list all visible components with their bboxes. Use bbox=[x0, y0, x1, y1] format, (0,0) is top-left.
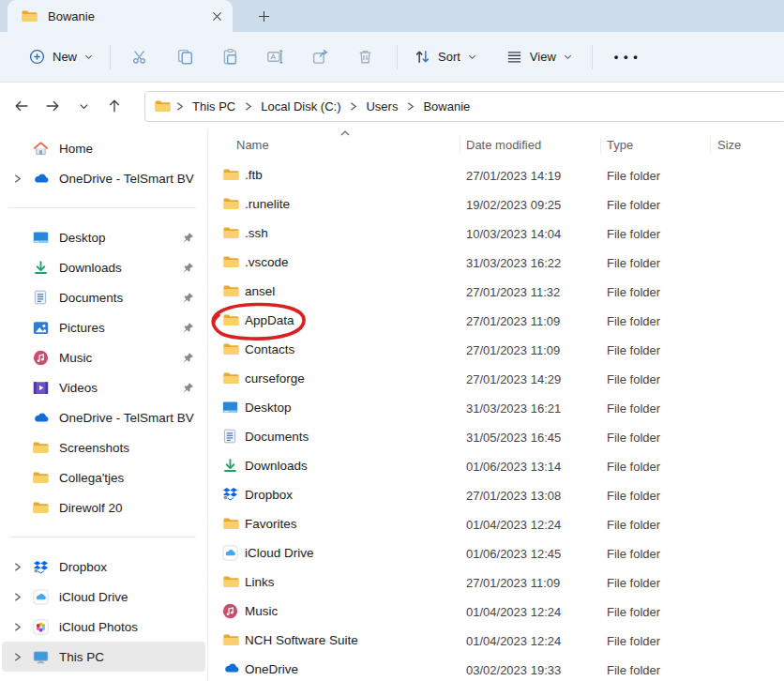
toolbar-divider bbox=[592, 45, 593, 69]
column-divider[interactable] bbox=[600, 137, 601, 154]
column-header-type[interactable]: Type bbox=[607, 138, 633, 152]
file-row-desktop[interactable]: Desktop31/03/2023 16:21File folder bbox=[209, 394, 784, 423]
sidebar-item-onedrive-telsmart-bv[interactable]: OneDrive - TelSmart BV bbox=[2, 402, 205, 432]
expand-chevron-icon[interactable] bbox=[9, 562, 24, 572]
file-row-nch-software-suite[interactable]: NCH Software Suite01/04/2023 12:24File f… bbox=[209, 627, 784, 656]
file-row-music[interactable]: Music01/04/2023 12:24File folder bbox=[209, 598, 784, 627]
file-row-vscode[interactable]: .vscode31/03/2023 16:22File folder bbox=[209, 249, 784, 278]
see-more-button[interactable]: • • • bbox=[599, 40, 654, 74]
folder-icon bbox=[222, 196, 241, 211]
sidebar-item-documents[interactable]: Documents bbox=[2, 282, 205, 312]
breadcrumb-item-bowanie[interactable]: Bowanie bbox=[416, 96, 476, 117]
address-bar[interactable]: This PCLocal Disk (C:)UsersBowanie bbox=[144, 91, 784, 122]
column-header-size[interactable]: Size bbox=[717, 138, 741, 152]
file-type: File folder bbox=[607, 460, 660, 474]
file-type: File folder bbox=[607, 343, 660, 357]
sidebar-item-screenshots[interactable]: Screenshots bbox=[2, 432, 205, 462]
sidebar-item-label: Downloads bbox=[59, 261, 177, 275]
breadcrumb-item-users[interactable]: Users bbox=[359, 96, 404, 117]
dropbox-icon bbox=[31, 560, 50, 574]
column-header-date-modified[interactable]: Date modified bbox=[466, 138, 541, 152]
tab-bowanie[interactable]: Bowanie bbox=[8, 0, 233, 32]
sidebar-item-dropbox[interactable]: Dropbox bbox=[2, 552, 205, 582]
file-list-pane: Name Date modified Type Size .ftb27/01/2… bbox=[209, 129, 784, 681]
delete-button[interactable] bbox=[342, 40, 387, 74]
file-type: File folder bbox=[607, 198, 660, 212]
expand-chevron-icon[interactable] bbox=[9, 622, 24, 632]
file-row-links[interactable]: Links27/01/2023 11:09File folder bbox=[209, 568, 784, 598]
sidebar-item-desktop[interactable]: Desktop bbox=[2, 222, 205, 252]
rename-button[interactable] bbox=[252, 40, 297, 74]
file-row-curseforge[interactable]: curseforge27/01/2023 14:29File folder bbox=[209, 365, 784, 394]
view-button[interactable]: View bbox=[496, 40, 582, 74]
folder-icon bbox=[21, 8, 38, 23]
sidebar-item-label: Documents bbox=[59, 291, 177, 305]
file-name: .ftb bbox=[245, 168, 263, 182]
sort-button[interactable]: Sort bbox=[404, 40, 487, 74]
file-row-runelite[interactable]: .runelite19/02/2023 09:25File folder bbox=[209, 190, 784, 219]
file-row-ansel[interactable]: ansel27/01/2023 11:32File folder bbox=[209, 278, 784, 307]
column-header-name[interactable]: Name bbox=[236, 138, 269, 152]
file-row-documents[interactable]: Documents31/05/2023 16:45File folder bbox=[209, 423, 784, 452]
sidebar-separator bbox=[9, 537, 196, 537]
paste-icon bbox=[221, 48, 239, 66]
column-divider[interactable] bbox=[710, 137, 711, 154]
sidebar-item-pictures[interactable]: Pictures bbox=[2, 312, 205, 342]
new-button[interactable]: New bbox=[19, 40, 103, 74]
file-type: File folder bbox=[607, 169, 660, 183]
new-tab-button[interactable] bbox=[249, 3, 278, 29]
sidebar-item-icloud-photos[interactable]: iCloud Photos bbox=[2, 612, 205, 642]
expand-chevron-icon[interactable] bbox=[9, 652, 24, 662]
file-row-onedrive[interactable]: OneDrive03/02/2023 19:33File folder bbox=[209, 656, 784, 681]
breadcrumb-item-local-disk-c[interactable]: Local Disk (C:) bbox=[254, 96, 347, 117]
file-date-modified: 03/02/2023 19:33 bbox=[466, 663, 561, 677]
file-type: File folder bbox=[607, 663, 660, 677]
pin-icon bbox=[183, 322, 194, 333]
column-header-row: Name Date modified Type Size bbox=[209, 129, 784, 161]
up-button[interactable] bbox=[100, 92, 128, 120]
breadcrumb-item-this-pc[interactable]: This PC bbox=[186, 96, 242, 117]
file-row-contacts[interactable]: Contacts27/01/2023 11:09File folder bbox=[209, 336, 784, 365]
share-button[interactable] bbox=[297, 40, 342, 74]
sidebar-item-videos[interactable]: Videos bbox=[2, 372, 205, 402]
onedrive-icon bbox=[31, 411, 50, 424]
sidebar-item-label: Music bbox=[59, 351, 177, 365]
file-row-favorites[interactable]: Favorites01/04/2023 12:24File folder bbox=[209, 510, 784, 539]
file-row-icloud-drive[interactable]: iCloud Drive01/06/2023 12:45File folder bbox=[209, 539, 784, 568]
delete-icon bbox=[356, 48, 374, 66]
icloud-photos-icon bbox=[31, 619, 50, 635]
navigation-bar: This PCLocal Disk (C:)UsersBowanie bbox=[0, 83, 784, 129]
cut-button[interactable] bbox=[117, 40, 162, 74]
recent-chevron-button[interactable] bbox=[69, 92, 98, 120]
sidebar-item-direwolf-20[interactable]: Direwolf 20 bbox=[2, 492, 205, 522]
file-row-dropbox[interactable]: Dropbox27/01/2023 13:08File folder bbox=[209, 481, 784, 510]
copy-button[interactable] bbox=[162, 40, 207, 74]
sidebar-item-collega-tjes[interactable]: Collega'tjes bbox=[2, 462, 205, 492]
file-type: File folder bbox=[607, 401, 660, 416]
back-button[interactable] bbox=[8, 92, 36, 120]
forward-button[interactable] bbox=[38, 92, 67, 120]
sidebar-item-this-pc[interactable]: This PC bbox=[2, 642, 205, 672]
file-row-appdata[interactable]: AppData27/01/2023 11:09File folder bbox=[209, 307, 784, 336]
sidebar-item-downloads[interactable]: Downloads bbox=[2, 252, 205, 282]
sidebar-item-home[interactable]: Home bbox=[2, 133, 205, 163]
new-button-label: New bbox=[53, 50, 77, 64]
file-row-downloads[interactable]: Downloads01/06/2023 13:14File folder bbox=[209, 452, 784, 481]
file-date-modified: 31/05/2023 16:45 bbox=[466, 431, 561, 445]
cut-icon bbox=[131, 48, 149, 66]
chevron-down-icon bbox=[83, 52, 94, 62]
sidebar-item-icloud-drive[interactable]: iCloud Drive bbox=[2, 582, 205, 612]
expand-chevron-icon[interactable] bbox=[9, 592, 24, 602]
pin-icon bbox=[183, 352, 194, 363]
folder-icon bbox=[222, 516, 241, 531]
folder-icon bbox=[154, 98, 172, 114]
paste-button[interactable] bbox=[207, 40, 252, 74]
sidebar-item-music[interactable]: Music bbox=[2, 342, 205, 372]
tab-close-button[interactable] bbox=[204, 5, 229, 27]
file-type: File folder bbox=[607, 518, 660, 532]
column-divider[interactable] bbox=[460, 137, 460, 154]
sidebar-item-onedrive-telsmart-bv[interactable]: OneDrive - TelSmart BV bbox=[2, 163, 205, 193]
file-row-ftb[interactable]: .ftb27/01/2023 14:19File folder bbox=[209, 161, 784, 190]
file-row-ssh[interactable]: .ssh10/03/2023 14:04File folder bbox=[209, 219, 784, 249]
expand-chevron-icon[interactable] bbox=[9, 174, 24, 184]
